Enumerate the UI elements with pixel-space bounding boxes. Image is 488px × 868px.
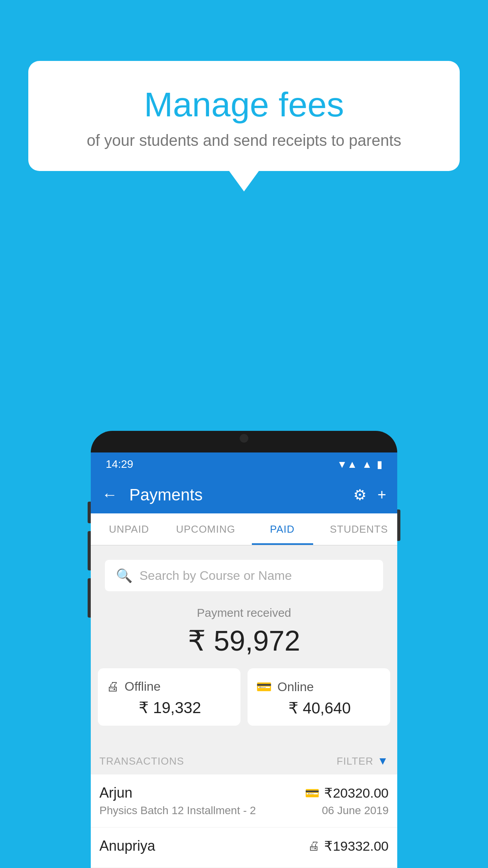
transactions-header: TRANSACTIONS FILTER ▼: [91, 748, 397, 774]
search-bar[interactable]: 🔍 Search by Course or Name: [105, 560, 383, 591]
wifi-icon: ▼▲: [337, 458, 357, 471]
transactions-label: TRANSACTIONS: [99, 755, 184, 767]
toolbar-actions: ⚙ +: [353, 486, 386, 504]
payment-received-label: Payment received: [91, 606, 397, 620]
payment-type-icon: 🖨: [308, 839, 319, 853]
phone-top-frame: [91, 431, 397, 452]
speech-bubble-card: Manage fees of your students and send re…: [28, 61, 460, 171]
tab-students[interactable]: STUDENTS: [321, 513, 397, 545]
status-time: 14:29: [106, 458, 133, 471]
transaction-date: 06 June 2019: [322, 804, 389, 817]
volume-down-button: [88, 531, 91, 570]
filter-button[interactable]: FILTER ▼: [337, 755, 389, 767]
filter-label: FILTER: [337, 755, 374, 767]
silent-button: [88, 578, 91, 618]
transaction-amount: 🖨 ₹19332.00: [308, 838, 389, 854]
app-screen: 14:29 ▼▲ ▲ ▮ ← Payments ⚙ + UNPAID UPCOM…: [91, 452, 397, 868]
tabs-bar: UNPAID UPCOMING PAID STUDENTS: [91, 513, 397, 546]
toolbar-title: Payments: [129, 485, 345, 504]
payment-type-icon: 💳: [305, 786, 319, 800]
notch: [218, 431, 270, 446]
transaction-row[interactable]: Anupriya 🖨 ₹19332.00: [91, 828, 397, 868]
tab-paid[interactable]: PAID: [244, 513, 321, 545]
signal-icon: ▲: [362, 458, 372, 471]
amount-value: ₹19332.00: [324, 838, 389, 854]
settings-icon[interactable]: ⚙: [353, 486, 367, 504]
status-icons: ▼▲ ▲ ▮: [337, 458, 382, 471]
course-name: Physics Batch 12 Installment - 2: [99, 804, 256, 817]
search-icon: 🔍: [116, 568, 132, 583]
offline-icon: 🖨: [106, 679, 119, 694]
filter-icon: ▼: [377, 755, 389, 767]
offline-amount: ₹ 19,332: [106, 699, 232, 717]
online-card: 💳 Online ₹ 40,640: [248, 668, 390, 726]
phone-mockup: 14:29 ▼▲ ▲ ▮ ← Payments ⚙ + UNPAID UPCOM…: [91, 431, 397, 868]
battery-icon: ▮: [377, 458, 382, 471]
offline-card: 🖨 Offline ₹ 19,332: [98, 668, 240, 726]
volume-up-button: [88, 502, 91, 523]
student-name: Anupriya: [99, 838, 155, 854]
student-name: Arjun: [99, 785, 132, 801]
offline-label: Offline: [125, 679, 161, 694]
transaction-row[interactable]: Arjun 💳 ₹20320.00 Physics Batch 12 Insta…: [91, 774, 397, 828]
front-camera: [240, 434, 248, 443]
payment-cards: 🖨 Offline ₹ 19,332 💳 Online ₹ 40,640: [91, 668, 397, 726]
tab-unpaid[interactable]: UNPAID: [91, 513, 167, 545]
amount-value: ₹20320.00: [324, 785, 389, 801]
online-label: Online: [277, 680, 314, 694]
online-icon: 💳: [256, 679, 272, 694]
search-input[interactable]: Search by Course or Name: [139, 568, 292, 583]
hero-title: Manage fees: [48, 85, 440, 125]
payment-summary: Payment received ₹ 59,972 🖨 Offline ₹ 19…: [91, 591, 397, 748]
tab-upcoming[interactable]: UPCOMING: [167, 513, 244, 545]
status-bar: 14:29 ▼▲ ▲ ▮: [91, 452, 397, 476]
transaction-amount: 💳 ₹20320.00: [305, 785, 389, 801]
hero-subtitle: of your students and send receipts to pa…: [48, 132, 440, 149]
online-amount: ₹ 40,640: [256, 699, 382, 717]
payment-total-amount: ₹ 59,972: [91, 624, 397, 657]
add-icon[interactable]: +: [378, 486, 386, 503]
back-button[interactable]: ←: [102, 486, 117, 504]
power-button: [397, 509, 400, 541]
app-toolbar: ← Payments ⚙ +: [91, 476, 397, 513]
